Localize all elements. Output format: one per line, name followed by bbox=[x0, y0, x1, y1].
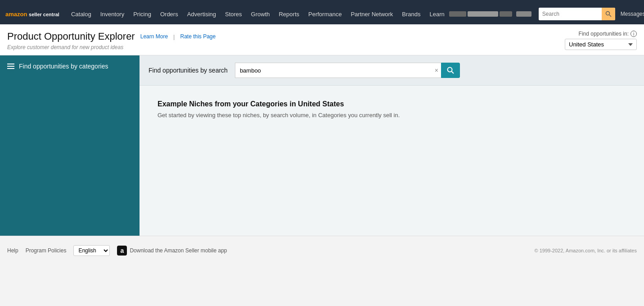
svg-point-2 bbox=[447, 68, 452, 72]
nav-catalog[interactable]: Catalog bbox=[67, 4, 96, 24]
copyright: © 1999-2022, Amazon.com, Inc. or its aff… bbox=[535, 248, 637, 253]
rate-page-link[interactable]: Rate this Page bbox=[180, 33, 216, 40]
nav-partner-network[interactable]: Partner Network bbox=[346, 4, 397, 24]
amazon-logo[interactable]: amazon seller central bbox=[5, 11, 59, 18]
nav-orders[interactable]: Orders bbox=[156, 4, 183, 24]
niches-title: Example Niches from your Categories in U… bbox=[158, 100, 626, 108]
opportunity-search-wrapper: × bbox=[235, 63, 460, 78]
niches-section: Example Niches from your Categories in U… bbox=[140, 86, 644, 133]
opp-search-clear-button[interactable]: × bbox=[432, 63, 441, 78]
page-title-section: Product Opportunity Explorer Learn More … bbox=[7, 31, 216, 50]
page-header: Product Opportunity Explorer Learn More … bbox=[0, 24, 644, 55]
header-right: Messages | Help | Settings bbox=[449, 8, 644, 20]
info-icon[interactable]: i bbox=[630, 31, 637, 37]
find-by-search-label: Find opportunities by search bbox=[149, 67, 228, 74]
learn-more-link[interactable]: Learn More bbox=[140, 33, 168, 40]
search-icon bbox=[605, 11, 612, 17]
nav-stores[interactable]: Stores bbox=[221, 4, 247, 24]
find-opp-label-text: Find opportunities in: bbox=[579, 31, 629, 37]
opportunity-search-input[interactable] bbox=[235, 63, 432, 78]
nav-brands[interactable]: Brands bbox=[397, 4, 425, 24]
opp-search-button[interactable] bbox=[441, 63, 460, 78]
nav-learn[interactable]: Learn bbox=[425, 4, 449, 24]
account-bar-2 bbox=[468, 11, 498, 17]
page-title-text: Product Opportunity Explorer bbox=[7, 31, 135, 42]
header: amazon seller central Catalog Inventory … bbox=[0, 4, 644, 24]
app-icon: a bbox=[117, 246, 127, 256]
header-search-box[interactable] bbox=[539, 8, 615, 20]
footer: Help Program Policies English Español Fr… bbox=[0, 236, 644, 265]
search-area: Find opportunities by search × bbox=[140, 55, 644, 86]
nav-reports[interactable]: Reports bbox=[274, 4, 304, 24]
nav-inventory[interactable]: Inventory bbox=[96, 4, 129, 24]
messages-link[interactable]: Messages bbox=[619, 11, 644, 17]
hamburger-icon bbox=[7, 64, 14, 69]
hamburger-line-3 bbox=[7, 68, 14, 69]
logo-seller: seller central bbox=[29, 12, 59, 17]
language-select[interactable]: English Español Français Deutsch bbox=[73, 245, 110, 256]
niches-subtitle: Get started by viewing these top niches,… bbox=[158, 112, 626, 119]
find-opp-label: Find opportunities in: i bbox=[579, 31, 637, 37]
hamburger-line-1 bbox=[7, 64, 14, 64]
footer-program-policies-link[interactable]: Program Policies bbox=[26, 247, 67, 254]
main-content: Find opportunities by categories Find op… bbox=[0, 55, 644, 236]
sidebar-categories-item[interactable]: Find opportunities by categories bbox=[0, 55, 140, 77]
sidebar: Find opportunities by categories bbox=[0, 55, 140, 236]
app-download[interactable]: a Download the Amazon Seller mobile app bbox=[117, 246, 227, 256]
top-bar bbox=[0, 0, 644, 4]
account-bar-4 bbox=[516, 11, 531, 17]
account-bar-1 bbox=[449, 11, 466, 17]
sidebar-categories-label: Find opportunities by categories bbox=[19, 63, 108, 70]
header-search-button[interactable] bbox=[602, 8, 615, 20]
main-nav: Catalog Inventory Pricing Orders Adverti… bbox=[67, 4, 449, 24]
title-pipe: | bbox=[173, 33, 175, 40]
content-area: Find opportunities by search × Example N… bbox=[140, 55, 644, 236]
nav-advertising[interactable]: Advertising bbox=[183, 4, 221, 24]
header-links: Messages | Help | Settings bbox=[619, 11, 644, 17]
page-subtitle: Explore customer demand for new product … bbox=[7, 44, 216, 50]
hamburger-line-2 bbox=[7, 66, 14, 67]
page-title: Product Opportunity Explorer Learn More … bbox=[7, 31, 216, 42]
country-select[interactable]: United States Canada Germany France UK J… bbox=[565, 39, 637, 50]
footer-help-link[interactable]: Help bbox=[7, 247, 18, 254]
account-bar-3 bbox=[500, 11, 512, 17]
nav-growth[interactable]: Growth bbox=[247, 4, 275, 24]
account-bars bbox=[449, 11, 531, 17]
header-search-input[interactable] bbox=[539, 8, 602, 20]
svg-line-1 bbox=[609, 15, 611, 17]
svg-line-3 bbox=[451, 72, 454, 74]
svg-point-0 bbox=[606, 12, 609, 15]
logo-amazon: amazon bbox=[5, 11, 27, 18]
find-opportunities-section: Find opportunities in: i United States C… bbox=[565, 31, 637, 50]
nav-pricing[interactable]: Pricing bbox=[129, 4, 156, 24]
app-download-label: Download the Amazon Seller mobile app bbox=[130, 247, 227, 254]
nav-performance[interactable]: Performance bbox=[304, 4, 346, 24]
search-icon bbox=[447, 67, 454, 74]
